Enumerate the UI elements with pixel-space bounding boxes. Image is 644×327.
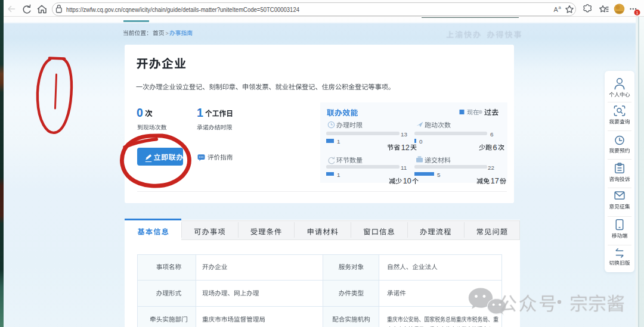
svg-text:6: 6 (490, 131, 494, 138)
svg-text:1: 1 (197, 106, 203, 119)
svg-text:>: > (166, 30, 169, 36)
svg-text:1: 1 (337, 172, 340, 178)
svg-text:6: 6 (493, 144, 497, 152)
svg-text:17: 17 (491, 177, 499, 185)
svg-text:0: 0 (419, 138, 423, 145)
svg-text:0: 0 (137, 106, 143, 119)
svg-text:a: a (559, 5, 562, 10)
svg-text:5: 5 (437, 172, 441, 178)
svg-text:1: 1 (337, 138, 340, 145)
svg-text:A: A (554, 6, 559, 13)
svg-text:11: 11 (401, 164, 407, 171)
svg-text:12: 12 (401, 144, 410, 152)
svg-text:10: 10 (403, 177, 411, 185)
svg-text:https://zwfw.cq.gov.cn/cqnew/i: https://zwfw.cq.gov.cn/cqnew/icity/chain… (66, 7, 299, 13)
svg-text:22: 22 (488, 164, 494, 171)
svg-text:13: 13 (401, 131, 407, 138)
